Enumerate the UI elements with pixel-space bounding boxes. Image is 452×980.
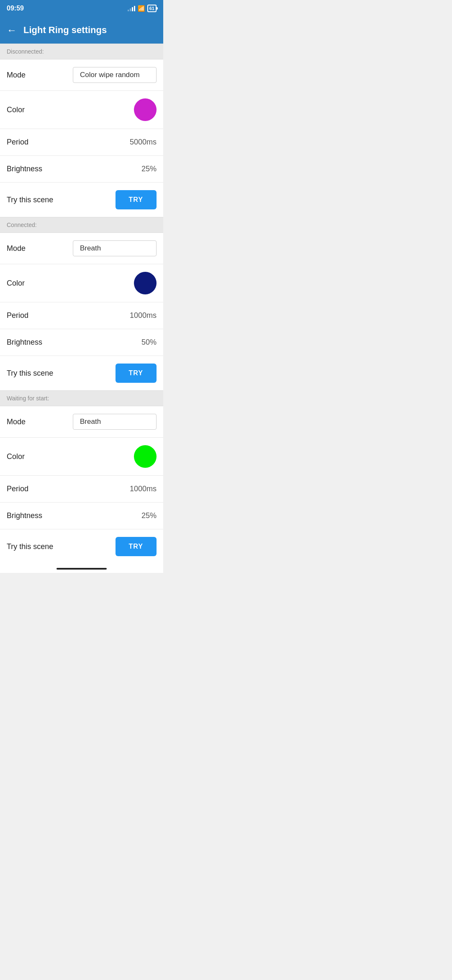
- mode-input-waiting[interactable]: Breath: [73, 414, 157, 430]
- try-button-disconnected[interactable]: TRY: [116, 190, 157, 209]
- setting-label-connected-try: Try this scene: [7, 369, 53, 378]
- mode-input-connected[interactable]: Breath: [73, 240, 157, 256]
- setting-label-disconnected-color: Color: [7, 106, 25, 114]
- wifi-icon: 📶: [138, 5, 145, 12]
- setting-label-connected-mode: Mode: [7, 244, 26, 253]
- app-bar: ← Light Ring settings: [0, 17, 163, 44]
- section-header-connected: Connected:: [0, 217, 163, 233]
- setting-value-disconnected-period: 5000ms: [130, 138, 157, 147]
- battery-icon: 61: [147, 5, 157, 12]
- section-header-disconnected: Disconnected:: [0, 44, 163, 59]
- setting-value-disconnected-brightness: 25%: [141, 165, 157, 173]
- status-icons: 📶 61: [128, 5, 157, 12]
- setting-row-connected-try: Try this sceneTRY: [0, 356, 163, 390]
- setting-label-waiting-mode: Mode: [7, 418, 26, 426]
- settings-card-connected: ModeBreathColorPeriod1000msBrightness50%…: [0, 233, 163, 390]
- mode-input-disconnected[interactable]: Color wipe random: [73, 67, 157, 83]
- try-button-waiting[interactable]: TRY: [116, 537, 157, 556]
- section-header-waiting: Waiting for start:: [0, 390, 163, 406]
- setting-row-disconnected-brightness: Brightness25%: [0, 156, 163, 183]
- status-bar: 09:59 📶 61: [0, 0, 163, 17]
- setting-value-waiting-period: 1000ms: [130, 485, 157, 493]
- bottom-bar-container: [0, 564, 163, 573]
- status-time: 09:59: [7, 5, 24, 12]
- setting-value-connected-brightness: 50%: [141, 338, 157, 347]
- try-button-connected[interactable]: TRY: [116, 364, 157, 383]
- setting-label-disconnected-mode: Mode: [7, 71, 26, 80]
- setting-row-connected-color: Color: [0, 264, 163, 302]
- signal-icon: [128, 5, 135, 11]
- setting-row-connected-period: Period1000ms: [0, 302, 163, 329]
- setting-label-connected-brightness: Brightness: [7, 338, 42, 347]
- back-button[interactable]: ←: [7, 24, 17, 36]
- setting-label-disconnected-try: Try this scene: [7, 196, 53, 204]
- color-circle-disconnected[interactable]: [134, 98, 157, 121]
- setting-row-waiting-try: Try this sceneTRY: [0, 529, 163, 564]
- settings-card-disconnected: ModeColor wipe randomColorPeriod5000msBr…: [0, 59, 163, 217]
- setting-row-disconnected-color: Color: [0, 91, 163, 129]
- setting-row-connected-brightness: Brightness50%: [0, 329, 163, 356]
- setting-row-connected-mode: ModeBreath: [0, 233, 163, 264]
- setting-row-disconnected-period: Period5000ms: [0, 129, 163, 156]
- setting-row-disconnected-mode: ModeColor wipe random: [0, 59, 163, 91]
- setting-label-waiting-period: Period: [7, 485, 28, 493]
- color-circle-waiting[interactable]: [134, 445, 157, 468]
- setting-label-disconnected-brightness: Brightness: [7, 165, 42, 173]
- setting-row-waiting-mode: ModeBreath: [0, 406, 163, 438]
- setting-row-waiting-brightness: Brightness25%: [0, 503, 163, 529]
- setting-label-waiting-try: Try this scene: [7, 542, 53, 551]
- bottom-bar: [56, 568, 107, 570]
- setting-label-waiting-brightness: Brightness: [7, 511, 42, 520]
- setting-row-waiting-period: Period1000ms: [0, 476, 163, 503]
- setting-label-connected-color: Color: [7, 279, 25, 288]
- setting-value-waiting-brightness: 25%: [141, 511, 157, 520]
- setting-label-connected-period: Period: [7, 311, 28, 320]
- setting-row-disconnected-try: Try this sceneTRY: [0, 183, 163, 217]
- page-title: Light Ring settings: [23, 25, 107, 36]
- setting-value-connected-period: 1000ms: [130, 311, 157, 320]
- settings-card-waiting: ModeBreathColorPeriod1000msBrightness25%…: [0, 406, 163, 564]
- setting-label-disconnected-period: Period: [7, 138, 28, 147]
- setting-label-waiting-color: Color: [7, 452, 25, 461]
- color-circle-connected[interactable]: [134, 272, 157, 294]
- setting-row-waiting-color: Color: [0, 438, 163, 476]
